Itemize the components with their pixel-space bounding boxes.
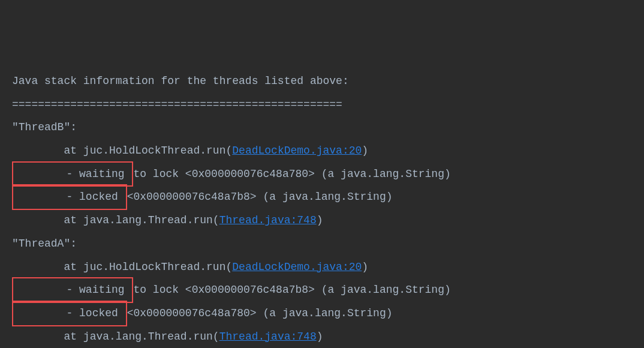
frame-text: at java.lang.Thread.run( [12,331,219,343]
thread-name: "ThreadB": [12,116,632,139]
source-link[interactable]: Thread.java:748 [219,214,317,226]
lock-text: to lock <0x000000076c48a780> (a java.lan… [133,168,450,180]
source-link[interactable]: DeadLockDemo.java:20 [232,261,362,273]
lock-text: <0x000000076c48a780> (a java.lang.String… [127,307,393,319]
source-link[interactable]: DeadLockDemo.java:20 [232,145,362,157]
frame-text: at java.lang.Thread.run( [12,214,219,226]
lock-waiting-line: - waiting to lock <0x000000076c48a780> (… [12,163,632,186]
stack-separator: ========================================… [12,93,632,116]
frame-suffix: ) [362,145,368,157]
frame-text: at juc.HoldLockThread.run( [12,261,232,273]
thread-name: "ThreadA": [12,232,632,256]
lock-text: to lock <0x000000076c48a7b8> (a java.lan… [133,284,450,296]
stack-frame: at java.lang.Thread.run(Thread.java:748) [12,209,632,232]
lock-waiting-line: - waiting to lock <0x000000076c48a7b8> (… [12,278,632,302]
lock-locked-line: - locked <0x000000076c48a780> (a java.la… [12,302,632,325]
stack-frame: at java.lang.Thread.run(Thread.java:748) [12,325,632,348]
frame-text: at juc.HoldLockThread.run( [12,145,232,157]
frame-suffix: ) [362,261,368,273]
source-link[interactable]: Thread.java:748 [219,331,317,343]
stack-header: Java stack information for the threads l… [12,70,632,93]
frame-suffix: ) [317,331,323,343]
highlight-box: - locked [12,301,127,326]
frame-suffix: ) [317,214,323,226]
highlight-box: - waiting [12,161,133,187]
highlight-box: - waiting [12,277,133,303]
stack-frame: at juc.HoldLockThread.run(DeadLockDemo.j… [12,139,632,163]
lock-locked-line: - locked <0x000000076c48a7b8> (a java.la… [12,185,632,209]
stack-frame: at juc.HoldLockThread.run(DeadLockDemo.j… [12,256,632,279]
lock-text: <0x000000076c48a7b8> (a java.lang.String… [127,191,393,203]
highlight-box: - locked [12,184,127,210]
